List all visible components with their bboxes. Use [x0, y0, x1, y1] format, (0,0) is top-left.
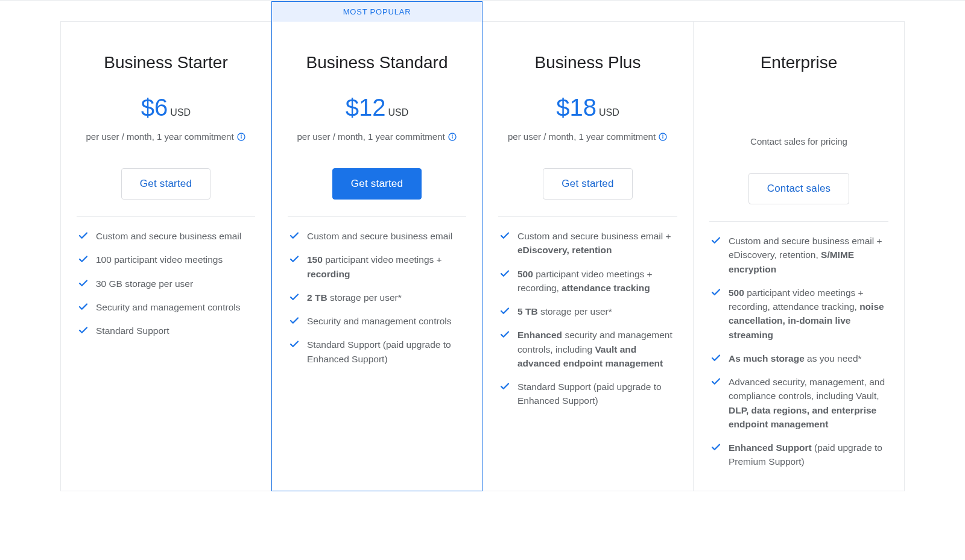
- plan-title: Business Plus: [499, 53, 676, 72]
- check-icon: [499, 268, 510, 279]
- plan-subtitle: per user / month, 1 year commitment: [78, 131, 254, 142]
- feature-item: Standard Support: [78, 324, 254, 338]
- check-icon: [78, 278, 89, 289]
- feature-text: Security and management controls: [96, 300, 241, 314]
- feature-text: Advanced security, management, and compl…: [729, 375, 887, 431]
- feature-text: Custom and secure business email + eDisc…: [517, 229, 676, 257]
- feature-text: As much storage as you need*: [729, 351, 862, 365]
- feature-text: Enhanced security and management control…: [517, 328, 676, 370]
- check-icon: [289, 315, 300, 326]
- plan-currency: USD: [599, 107, 619, 118]
- cta-standard[interactable]: Get started: [332, 168, 422, 200]
- check-icon: [289, 292, 300, 303]
- info-icon[interactable]: [236, 132, 246, 142]
- feature-text: 500 participant video meetings + recordi…: [729, 286, 887, 342]
- feature-text: Custom and secure business email: [96, 229, 241, 243]
- feature-item: 2 TB storage per user*: [289, 291, 465, 304]
- feature-text: 150 participant video meetings + recordi…: [307, 253, 465, 281]
- svg-point-2: [241, 135, 241, 136]
- plan-price: $18USD: [499, 95, 676, 119]
- check-icon: [710, 353, 721, 363]
- plan-card-standard: MOST POPULARBusiness Standard$12USDper u…: [271, 21, 482, 491]
- feature-item: Enhanced Support (paid upgrade to Premiu…: [710, 441, 887, 469]
- plan-card-plus: Business Plus$18USDper user / month, 1 y…: [482, 21, 694, 491]
- check-icon: [710, 442, 721, 453]
- plan-price: $12USD: [289, 95, 465, 119]
- check-icon: [289, 254, 300, 265]
- check-icon: [710, 287, 721, 298]
- feature-item: 100 participant video meetings: [78, 253, 254, 266]
- feature-list: Custom and secure business email + eDisc…: [499, 229, 676, 408]
- divider: [498, 216, 677, 217]
- feature-text: 5 TB storage per user*: [517, 304, 612, 318]
- feature-item: Standard Support (paid upgrade to Enhanc…: [289, 338, 465, 366]
- plan-subtitle: per user / month, 1 year commitment: [289, 131, 465, 142]
- divider: [77, 216, 255, 217]
- cta-plus[interactable]: Get started: [543, 168, 632, 200]
- svg-point-5: [452, 135, 452, 136]
- check-icon: [289, 230, 300, 241]
- check-icon: [499, 230, 510, 241]
- check-icon: [78, 301, 89, 312]
- info-icon[interactable]: [658, 132, 668, 142]
- check-icon: [499, 329, 510, 340]
- feature-item: 500 participant video meetings + recordi…: [499, 267, 676, 295]
- check-icon: [78, 230, 89, 241]
- feature-item: 500 participant video meetings + recordi…: [710, 286, 887, 342]
- feature-text: Standard Support: [96, 324, 169, 338]
- plan-currency: USD: [388, 107, 408, 118]
- feature-text: Enhanced Support (paid upgrade to Premiu…: [729, 441, 887, 469]
- plan-card-starter: Business Starter$6USDper user / month, 1…: [60, 21, 271, 491]
- feature-text: Custom and secure business email + eDisc…: [729, 234, 887, 276]
- feature-item: Custom and secure business email: [78, 229, 254, 243]
- plan-title: Business Starter: [78, 53, 254, 72]
- feature-text: 100 participant video meetings: [96, 253, 223, 266]
- check-icon: [499, 306, 510, 316]
- feature-text: Standard Support (paid upgrade to Enhanc…: [307, 338, 465, 366]
- feature-list: Custom and secure business email150 part…: [289, 229, 465, 366]
- feature-item: Custom and secure business email + eDisc…: [710, 234, 887, 276]
- pricing-grid: Business Starter$6USDper user / month, 1…: [48, 21, 917, 491]
- feature-item: Advanced security, management, and compl…: [710, 375, 887, 431]
- feature-text: 2 TB storage per user*: [307, 291, 402, 304]
- plan-subtitle: Contact sales for pricing: [710, 136, 887, 146]
- divider: [288, 216, 466, 217]
- feature-item: 30 GB storage per user: [78, 277, 254, 291]
- plan-subtitle: per user / month, 1 year commitment: [499, 131, 676, 142]
- plan-title: Business Standard: [289, 53, 465, 72]
- plan-price-empty: [710, 95, 887, 124]
- feature-item: Custom and secure business email + eDisc…: [499, 229, 676, 257]
- feature-item: As much storage as you need*: [710, 351, 887, 365]
- check-icon: [289, 339, 300, 350]
- check-icon: [78, 325, 89, 336]
- divider: [709, 221, 888, 222]
- popular-badge: MOST POPULAR: [271, 1, 482, 22]
- feature-item: 5 TB storage per user*: [499, 304, 676, 318]
- cta-starter[interactable]: Get started: [121, 168, 210, 200]
- check-icon: [499, 381, 510, 392]
- feature-text: 30 GB storage per user: [96, 277, 193, 291]
- plan-card-enterprise: EnterpriseContact sales for pricingConta…: [694, 21, 905, 491]
- check-icon: [78, 254, 89, 265]
- feature-text: Standard Support (paid upgrade to Enhanc…: [517, 380, 676, 408]
- feature-item: Standard Support (paid upgrade to Enhanc…: [499, 380, 676, 408]
- plan-price: $6USD: [78, 95, 254, 119]
- check-icon: [710, 235, 721, 246]
- feature-text: 500 participant video meetings + recordi…: [517, 267, 676, 295]
- feature-item: 150 participant video meetings + recordi…: [289, 253, 465, 281]
- info-icon[interactable]: [448, 132, 457, 142]
- feature-text: Security and management controls: [307, 314, 452, 328]
- feature-item: Enhanced security and management control…: [499, 328, 676, 370]
- plan-title: Enterprise: [710, 53, 887, 72]
- svg-point-8: [663, 135, 663, 136]
- feature-item: Security and management controls: [289, 314, 465, 328]
- feature-list: Custom and secure business email100 part…: [78, 229, 254, 338]
- feature-list: Custom and secure business email + eDisc…: [710, 234, 887, 469]
- plan-currency: USD: [170, 107, 191, 118]
- cta-enterprise[interactable]: Contact sales: [748, 173, 850, 204]
- feature-item: Custom and secure business email: [289, 229, 465, 243]
- check-icon: [710, 376, 721, 387]
- feature-text: Custom and secure business email: [307, 229, 452, 243]
- feature-item: Security and management controls: [78, 300, 254, 314]
